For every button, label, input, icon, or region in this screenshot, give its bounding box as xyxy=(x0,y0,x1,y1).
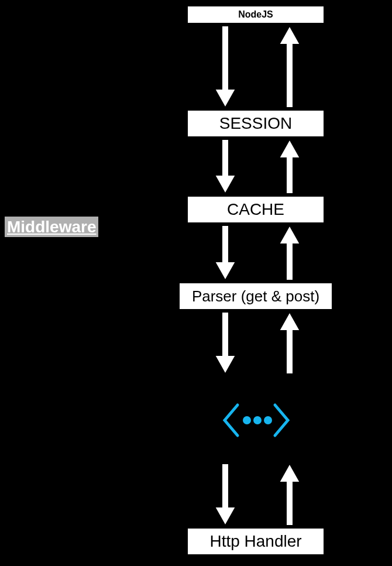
arrow-up-icon xyxy=(278,25,301,109)
nodejs-band: NodeJS xyxy=(187,6,324,23)
cache-box: CACHE xyxy=(187,196,324,223)
svg-point-2 xyxy=(264,416,272,424)
arrow-down-icon xyxy=(214,311,237,375)
middleware-label-text: Middleware xyxy=(7,218,96,236)
arrow-down-icon xyxy=(214,224,237,282)
parser-box: Parser (get & post) xyxy=(179,283,332,310)
session-text: SESSION xyxy=(219,114,292,132)
arrow-up-icon xyxy=(278,462,301,527)
arrow-down-icon xyxy=(214,138,237,195)
parser-text: Parser (get & post) xyxy=(192,287,319,305)
http-handler-text: Http Handler xyxy=(209,532,301,550)
cache-text: CACHE xyxy=(227,200,284,218)
middleware-pipeline-diagram: NodeJS Middleware SESSION CACHE Parser (… xyxy=(0,0,392,566)
arrow-up-icon xyxy=(278,224,301,282)
svg-point-0 xyxy=(243,416,251,424)
arrow-up-icon xyxy=(278,311,301,375)
http-handler-box: Http Handler xyxy=(187,528,324,555)
arrow-up-icon xyxy=(278,138,301,195)
arrow-down-icon xyxy=(214,462,237,527)
svg-point-1 xyxy=(253,416,262,424)
arrow-down-icon xyxy=(214,25,237,109)
ellipsis-icon xyxy=(221,403,291,438)
middleware-label: Middleware xyxy=(5,217,98,237)
session-box: SESSION xyxy=(187,110,324,137)
nodejs-band-text: NodeJS xyxy=(238,9,273,19)
